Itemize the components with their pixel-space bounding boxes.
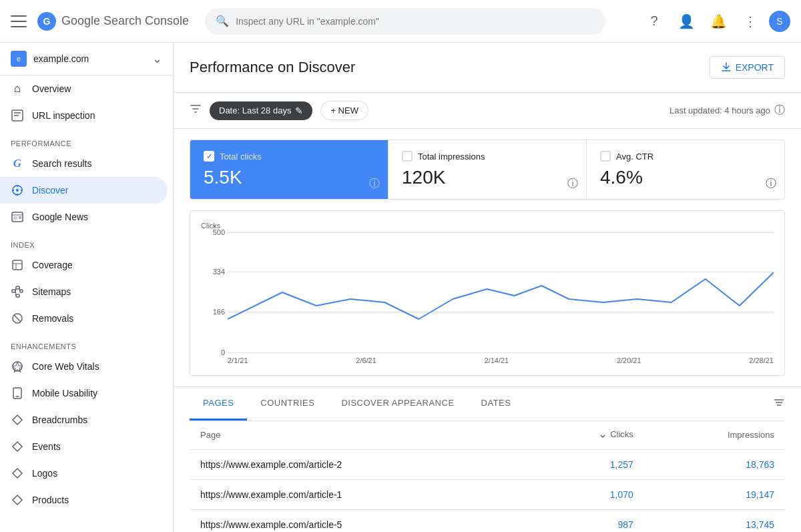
performance-section-label: Performance	[0, 129, 173, 150]
sidebar-item-removals[interactable]: Removals	[0, 305, 168, 332]
property-icon: e	[11, 51, 27, 67]
svg-point-4	[16, 189, 19, 192]
new-filter-button[interactable]: + NEW	[320, 101, 368, 120]
last-updated: Last updated: 4 hours ago ⓘ	[670, 103, 785, 117]
tab-pages[interactable]: PAGES	[190, 387, 247, 421]
sidebar-item-discover-label: Discover	[32, 185, 68, 196]
enhancements-section-label: Enhancements	[0, 332, 173, 353]
home-icon	[11, 82, 24, 95]
metric-card-total-impressions[interactable]: Total impressions 120K ⓘ	[388, 140, 587, 199]
sidebar-item-breadcrumbs[interactable]: Breadcrumbs	[0, 407, 168, 433]
total-impressions-help-icon[interactable]: ⓘ	[567, 177, 578, 191]
svg-line-22	[15, 291, 16, 296]
table-body: https://www.example.com/article-2 1,257 …	[190, 449, 785, 532]
search-results-icon	[11, 157, 24, 170]
total-impressions-label: Total impressions	[418, 152, 485, 162]
sidebar-item-products-label: Products	[32, 495, 69, 505]
sidebar-item-core-web-vitals-label: Core Web Vitals	[32, 361, 99, 372]
sidebar-item-coverage-label: Coverage	[32, 260, 73, 270]
col-page-header: Page	[190, 421, 527, 449]
sidebar-item-overview[interactable]: Overview	[0, 75, 168, 102]
sidebar-item-core-web-vitals[interactable]: Core Web Vitals	[0, 353, 168, 380]
notifications-icon-button[interactable]: 🔔	[705, 8, 732, 35]
chart-x-label-5: 2/28/21	[749, 356, 774, 364]
page-title: Performance on Discover	[190, 59, 355, 76]
url-cell: https://www.example.com/article-1	[190, 479, 527, 509]
svg-line-25	[14, 315, 21, 322]
svg-line-21	[15, 288, 16, 291]
sidebar-item-overview-label: Overview	[32, 83, 71, 94]
main-layout: e example.com ⌄ Overview URL inspection …	[0, 43, 801, 532]
sitemaps-icon	[11, 285, 24, 298]
events-icon	[11, 440, 24, 453]
clicks-cell: 1,070	[527, 479, 644, 509]
tab-dates[interactable]: DATES	[468, 387, 525, 421]
search-bar[interactable]: 🔍	[205, 8, 605, 35]
metric-card-total-clicks[interactable]: Total clicks 5.5K ⓘ	[190, 140, 388, 199]
total-clicks-help-icon[interactable]: ⓘ	[369, 177, 380, 191]
filter-icon[interactable]	[190, 103, 202, 118]
sidebar-item-logos[interactable]: Logos	[0, 460, 168, 487]
metrics-section: Total clicks 5.5K ⓘ Total impressions 12…	[174, 129, 801, 200]
property-name: example.com	[33, 53, 152, 64]
sidebar-item-url-inspection-label: URL inspection	[32, 110, 95, 121]
table-row[interactable]: https://www.example.com/article-5 987 13…	[190, 509, 785, 532]
chart-x-label-1: 2/1/21	[228, 356, 248, 364]
sidebar-item-discover[interactable]: Discover	[0, 177, 168, 204]
avg-ctr-help-icon[interactable]: ⓘ	[766, 177, 776, 191]
header-icons: ? 👤 🔔 ⋮ S	[641, 8, 790, 35]
url-inspection-icon	[11, 109, 24, 122]
accounts-icon-button[interactable]: 👤	[673, 8, 700, 35]
sidebar-item-events[interactable]: Events	[0, 433, 168, 460]
clicks-cell: 1,257	[527, 449, 644, 479]
sidebar-item-url-inspection[interactable]: URL inspection	[0, 102, 168, 129]
tab-discover-appearance[interactable]: DISCOVER APPEARANCE	[328, 387, 467, 421]
sidebar-item-mobile-usability[interactable]: Mobile Usability	[0, 380, 168, 407]
avatar[interactable]: S	[769, 11, 790, 32]
chart-y-val-166: 166	[213, 308, 225, 316]
date-filter-chip[interactable]: Date: Last 28 days ✎	[210, 101, 312, 120]
sidebar-item-sitemaps[interactable]: Sitemaps	[0, 278, 168, 305]
col-clicks-header[interactable]: Clicks	[527, 421, 644, 449]
svg-rect-19	[16, 294, 19, 297]
sidebar-item-removals-label: Removals	[32, 313, 73, 324]
chart-area: 500 334 166 0	[201, 232, 774, 352]
help-icon-button[interactable]: ?	[641, 8, 668, 35]
chart-x-labels: 2/1/21 2/6/21 2/14/21 2/20/21 2/28/21	[201, 352, 774, 364]
total-clicks-label: Total clicks	[220, 152, 262, 162]
sidebar-item-google-news[interactable]: Google News	[0, 204, 168, 230]
discover-icon	[11, 184, 24, 197]
table-row[interactable]: https://www.example.com/article-2 1,257 …	[190, 449, 785, 479]
table-section: Page Clicks Impressions	[174, 421, 801, 532]
property-dropdown-icon: ⌄	[152, 51, 162, 66]
export-button[interactable]: EXPORT	[710, 56, 785, 79]
sidebar-item-logos-label: Logos	[32, 468, 57, 479]
breadcrumbs-icon	[11, 413, 24, 427]
svg-line-23	[19, 288, 20, 291]
chart-section: Clicks 500 334 166 0	[174, 200, 801, 386]
table-filter-icon[interactable]	[773, 388, 785, 420]
sidebar-item-google-news-label: Google News	[32, 212, 88, 222]
sidebar-item-products[interactable]: Products	[0, 487, 168, 513]
google-news-icon	[11, 210, 24, 224]
filter-bar: Date: Last 28 days ✎ + NEW Last updated:…	[174, 93, 801, 129]
app-name: Google Search Console	[61, 14, 189, 28]
sidebar-item-coverage[interactable]: Coverage	[0, 252, 168, 278]
total-clicks-checkbox[interactable]	[204, 151, 214, 162]
metric-card-avg-ctr[interactable]: Avg. CTR 4.6% ⓘ	[587, 140, 784, 199]
total-impressions-checkbox[interactable]	[402, 151, 413, 162]
svg-rect-11	[13, 216, 17, 220]
property-selector[interactable]: e example.com ⌄	[0, 43, 173, 75]
sidebar-item-search-results[interactable]: Search results	[0, 150, 168, 177]
svg-marker-30	[13, 442, 22, 451]
table-row[interactable]: https://www.example.com/article-1 1,070 …	[190, 479, 785, 509]
search-input[interactable]	[236, 16, 595, 27]
total-clicks-value: 5.5K	[204, 167, 374, 188]
avg-ctr-checkbox[interactable]	[600, 151, 611, 162]
apps-icon-button[interactable]: ⋮	[737, 8, 764, 35]
menu-icon[interactable]	[11, 15, 27, 27]
tab-countries[interactable]: COUNTRIES	[247, 387, 328, 421]
last-updated-help-icon[interactable]: ⓘ	[774, 103, 785, 117]
core-web-vitals-icon	[11, 360, 24, 373]
content-area: Performance on Discover EXPORT Date: Las…	[174, 43, 801, 532]
